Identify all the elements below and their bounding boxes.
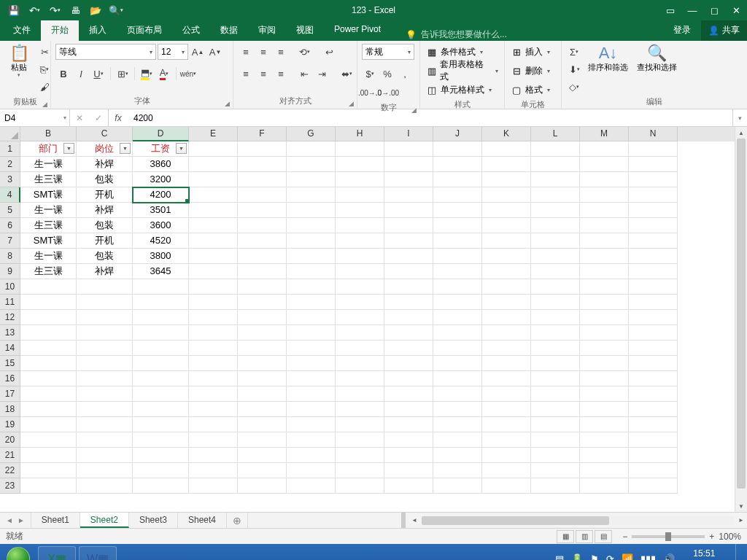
cell-G23[interactable] xyxy=(287,478,336,494)
cell-F6[interactable] xyxy=(238,218,287,233)
cell-B10[interactable] xyxy=(20,279,77,295)
filter-button[interactable]: ▼ xyxy=(176,143,187,154)
sheet-tab-Sheet2[interactable]: Sheet2 xyxy=(80,513,129,528)
cell-N18[interactable] xyxy=(629,402,678,417)
cell-K13[interactable] xyxy=(482,325,531,341)
tray-icon[interactable]: ▤ xyxy=(555,553,564,561)
zoom-slider[interactable] xyxy=(632,535,705,538)
cell-E3[interactable] xyxy=(189,172,238,187)
sheet-nav-buttons[interactable]: ◄► xyxy=(0,513,31,528)
cell-N2[interactable] xyxy=(629,157,678,172)
cell-C19[interactable] xyxy=(77,417,133,432)
border-icon[interactable]: ⊞▾ xyxy=(115,66,131,82)
cell-M22[interactable] xyxy=(580,463,629,478)
cell-C9[interactable]: 补焊 xyxy=(77,264,133,279)
cell-F10[interactable] xyxy=(238,279,287,295)
cell-H23[interactable] xyxy=(336,478,384,494)
share-button[interactable]: 👤 共享 xyxy=(701,20,747,41)
cell-B8[interactable]: 生一课 xyxy=(20,249,77,264)
cell-H2[interactable] xyxy=(336,157,384,172)
row-header[interactable]: 7 xyxy=(0,233,20,249)
cell-J2[interactable] xyxy=(433,157,482,172)
cell-L13[interactable] xyxy=(531,325,580,341)
cell-B19[interactable] xyxy=(20,417,77,432)
tray-signal-icon[interactable]: ▮▮▮ xyxy=(640,553,656,561)
cell-H22[interactable] xyxy=(336,463,384,478)
insert-cells-button[interactable]: ⊞插入▾ xyxy=(509,44,551,60)
cell-J4[interactable] xyxy=(433,187,482,203)
expand-formula-icon[interactable]: ▾ xyxy=(732,109,747,126)
cell-D2[interactable]: 3860 xyxy=(133,157,189,172)
cell-G4[interactable] xyxy=(287,187,336,203)
cell-H16[interactable] xyxy=(336,371,384,386)
fill-icon[interactable]: ⬇▾ xyxy=(566,61,582,77)
launcher-icon[interactable]: ◢ xyxy=(411,106,417,114)
row-header[interactable]: 18 xyxy=(0,402,20,417)
cell-N23[interactable] xyxy=(629,478,678,494)
zoom-level[interactable]: 100% xyxy=(719,532,741,542)
row-header[interactable]: 16 xyxy=(0,371,20,386)
cell-M10[interactable] xyxy=(580,279,629,295)
tab-数据[interactable]: 数据 xyxy=(210,20,248,41)
cell-M3[interactable] xyxy=(580,172,629,187)
cell-C11[interactable] xyxy=(77,295,133,310)
cell-E19[interactable] xyxy=(189,417,238,432)
cell-G10[interactable] xyxy=(287,279,336,295)
cell-L21[interactable] xyxy=(531,448,580,463)
cell-F12[interactable] xyxy=(238,310,287,325)
cell-G7[interactable] xyxy=(287,233,336,249)
row-header[interactable]: 5 xyxy=(0,203,20,218)
cell-N5[interactable] xyxy=(629,203,678,218)
cell-J5[interactable] xyxy=(433,203,482,218)
col-header-D[interactable]: D xyxy=(133,127,189,141)
decrease-font-icon[interactable]: A▼ xyxy=(207,44,223,60)
cell-E6[interactable] xyxy=(189,218,238,233)
cell-I17[interactable] xyxy=(384,386,433,402)
format-as-table-button[interactable]: ▥套用表格格式▾ xyxy=(425,63,500,79)
cell-C16[interactable] xyxy=(77,371,133,386)
cell-L9[interactable] xyxy=(531,264,580,279)
autosum-icon[interactable]: Σ▾ xyxy=(566,44,582,60)
cell-B14[interactable] xyxy=(20,341,77,356)
tab-file[interactable]: 文件 xyxy=(3,20,41,41)
cell-B3[interactable]: 生三课 xyxy=(20,172,77,187)
cell-J16[interactable] xyxy=(433,371,482,386)
cell-M15[interactable] xyxy=(580,356,629,371)
decrease-indent-icon[interactable]: ⇤ xyxy=(296,66,312,82)
cell-M14[interactable] xyxy=(580,341,629,356)
cell-H12[interactable] xyxy=(336,310,384,325)
cell-F4[interactable] xyxy=(238,187,287,203)
cell-J11[interactable] xyxy=(433,295,482,310)
cell-G9[interactable] xyxy=(287,264,336,279)
cell-I16[interactable] xyxy=(384,371,433,386)
cell-J20[interactable] xyxy=(433,432,482,448)
cell-H3[interactable] xyxy=(336,172,384,187)
horizontal-scrollbar[interactable]: ◄ ► xyxy=(247,513,747,528)
sheet-tab-Sheet1[interactable]: Sheet1 xyxy=(31,513,80,528)
copy-icon[interactable]: ⎘▾ xyxy=(36,61,53,77)
cell-E4[interactable] xyxy=(189,187,238,203)
cell-E20[interactable] xyxy=(189,432,238,448)
col-header-J[interactable]: J xyxy=(433,127,482,141)
col-header-F[interactable]: F xyxy=(238,127,287,141)
row-header[interactable]: 22 xyxy=(0,463,20,478)
cell-H8[interactable] xyxy=(336,249,384,264)
cell-M20[interactable] xyxy=(580,432,629,448)
cell-L7[interactable] xyxy=(531,233,580,249)
cell-K21[interactable] xyxy=(482,448,531,463)
cell-J19[interactable] xyxy=(433,417,482,432)
cell-D15[interactable] xyxy=(133,356,189,371)
align-right-icon[interactable]: ≡ xyxy=(273,66,289,82)
align-middle-icon[interactable]: ≡ xyxy=(255,44,271,60)
hscroll-thumb[interactable] xyxy=(422,516,609,525)
row-header[interactable]: 17 xyxy=(0,386,20,402)
cell-C4[interactable]: 开机 xyxy=(77,187,133,203)
cell-C3[interactable]: 包装 xyxy=(77,172,133,187)
cell-K20[interactable] xyxy=(482,432,531,448)
cell-K23[interactable] xyxy=(482,478,531,494)
cell-G15[interactable] xyxy=(287,356,336,371)
cell-E9[interactable] xyxy=(189,264,238,279)
orientation-icon[interactable]: ⟲▾ xyxy=(296,44,312,60)
tray-volume-icon[interactable]: 🔊 xyxy=(663,553,675,561)
font-name-select[interactable]: 等线▾ xyxy=(55,44,156,60)
